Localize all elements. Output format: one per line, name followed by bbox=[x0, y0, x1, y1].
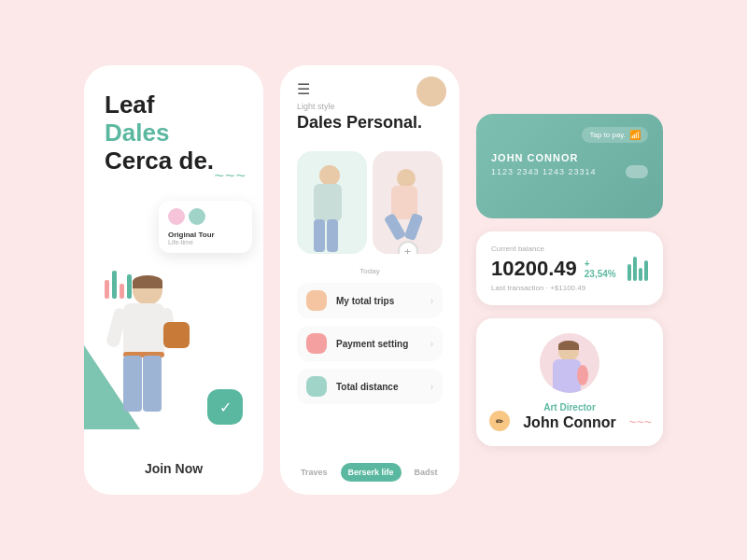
menu-list: My total trips › Payment setting › Total… bbox=[280, 279, 459, 408]
menu-dot-1 bbox=[306, 290, 327, 311]
onboarding-card: Leaf Dales Cerca de. ~~~ Original Tour L… bbox=[84, 65, 263, 495]
ph1-body bbox=[314, 184, 342, 221]
person-leg-right bbox=[143, 356, 162, 412]
menu-item-label-2: Payment setting bbox=[336, 339, 408, 349]
edit-button[interactable]: ✏ bbox=[489, 411, 510, 431]
personal-card: ☰ Light style Dales Personal. bbox=[280, 65, 459, 495]
profile-item bbox=[577, 365, 588, 385]
profile-role: Art Director bbox=[543, 402, 596, 413]
menu-item-distance[interactable]: Total distance › bbox=[297, 369, 443, 404]
mini-card-sub: Life-time bbox=[168, 239, 243, 245]
photo-person-1 bbox=[306, 165, 358, 254]
person-bag bbox=[163, 322, 190, 348]
card-number: 1123 2343 1243 23314 bbox=[491, 165, 648, 178]
menu-dot-2 bbox=[306, 333, 327, 354]
arrow-icon-1: › bbox=[430, 296, 433, 306]
balance-amount: 10200.49 bbox=[491, 257, 577, 281]
mini-card-label: Original Tour bbox=[168, 231, 243, 239]
payment-card: Tap to pay. 📶 JOHN CONNOR 1123 2343 1243… bbox=[476, 114, 663, 218]
card2-title: Dales Personal. bbox=[297, 113, 443, 133]
tab-badst[interactable]: Badst bbox=[407, 463, 445, 482]
wave-decoration: ~~~ bbox=[214, 166, 247, 186]
tab-berserk[interactable]: Berserk life bbox=[341, 463, 402, 482]
mini-icon-2 bbox=[189, 208, 205, 225]
balance-chart bbox=[627, 257, 648, 281]
card-toggle[interactable] bbox=[626, 165, 648, 178]
arrow-icon-3: › bbox=[430, 382, 433, 392]
menu-item-trips[interactable]: My total trips › bbox=[297, 283, 443, 318]
avatar-face bbox=[421, 82, 442, 106]
user-avatar-small bbox=[416, 77, 446, 106]
section-label: Today bbox=[280, 267, 459, 275]
style-label: Light style bbox=[297, 102, 443, 111]
profile-card: ✏ ~~~ Art Director John Connor bbox=[476, 318, 663, 446]
balance-label: Current balance bbox=[491, 245, 648, 253]
menu-dot-3 bbox=[306, 376, 327, 397]
menu-item-label-3: Total distance bbox=[336, 382, 399, 392]
bal-bar-2 bbox=[633, 257, 637, 281]
profile-avatar bbox=[540, 333, 599, 393]
mini-icon-1 bbox=[168, 208, 185, 225]
profile-name: John Connor bbox=[523, 414, 616, 431]
bal-bar-4 bbox=[644, 260, 648, 281]
nfc-icon: 📶 bbox=[629, 130, 641, 140]
ph2-head bbox=[397, 169, 416, 188]
menu-item-payment[interactable]: Payment setting › bbox=[297, 326, 443, 361]
photo-1 bbox=[297, 151, 367, 254]
person-leg-left bbox=[123, 356, 142, 412]
payment-card-top: Tap to pay. 📶 bbox=[491, 127, 648, 143]
bal-bar-3 bbox=[639, 268, 642, 281]
arrow-icon-2: › bbox=[430, 339, 433, 349]
bal-bar-1 bbox=[627, 264, 631, 281]
finance-card-group: Tap to pay. 📶 JOHN CONNOR 1123 2343 1243… bbox=[476, 114, 663, 446]
person-hair bbox=[133, 275, 162, 288]
tab-bar: Traves Berserk life Badst bbox=[280, 455, 459, 495]
last-transaction: Last transaction · +$1100.49 bbox=[491, 284, 648, 292]
photo-row: + bbox=[280, 151, 459, 263]
card-holder-name: JOHN CONNOR bbox=[491, 152, 648, 163]
join-now-label[interactable]: Join Now bbox=[84, 461, 263, 476]
photo-2: + bbox=[373, 151, 443, 254]
balance-amount-row: 10200.49 + 23,54% bbox=[491, 257, 648, 281]
mini-card: Original Tour Life-time bbox=[159, 201, 252, 253]
balance-percent: + 23,54% bbox=[585, 259, 620, 279]
ph1-leg2 bbox=[327, 219, 338, 252]
profile-hair bbox=[558, 341, 579, 350]
person-body bbox=[123, 303, 164, 357]
ph1-leg1 bbox=[314, 219, 325, 252]
action-button[interactable] bbox=[207, 389, 243, 425]
balance-card: Current balance 10200.49 + 23,54% Last t… bbox=[476, 231, 663, 305]
menu-item-label-1: My total trips bbox=[336, 296, 394, 306]
tap-to-pay-label: Tap to pay. 📶 bbox=[582, 127, 648, 143]
profile-person bbox=[549, 341, 590, 393]
ph1-head bbox=[319, 165, 340, 186]
wave-icon: ~~~ bbox=[628, 414, 652, 429]
person-figure-1 bbox=[93, 275, 224, 443]
tab-traves[interactable]: Traves bbox=[293, 463, 335, 482]
hero-title: Leaf Dales Cerca de. bbox=[105, 91, 243, 175]
